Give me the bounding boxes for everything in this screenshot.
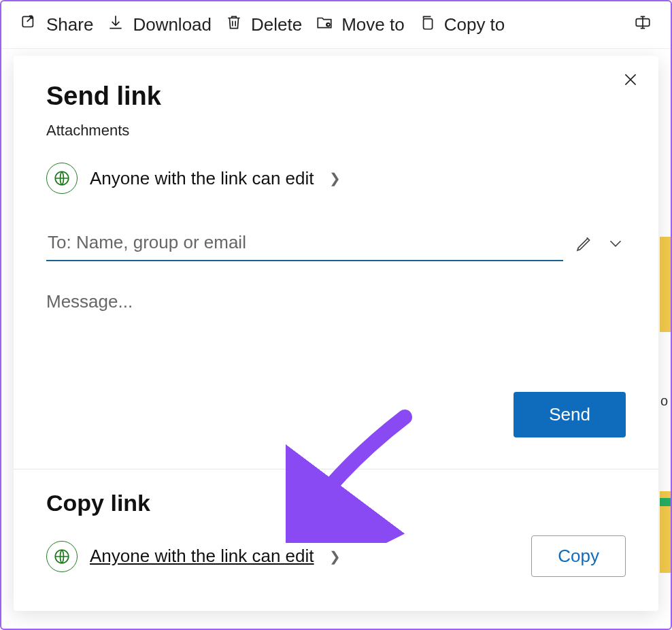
download-icon	[107, 14, 124, 36]
copy-link-permissions-text: Anyone with the link can edit	[90, 546, 314, 567]
chevron-right-icon: ❯	[329, 170, 341, 186]
delete-button[interactable]: Delete	[225, 14, 302, 36]
svg-rect-2	[423, 19, 432, 29]
move-to-button[interactable]: Move to	[316, 14, 405, 36]
share-label: Share	[46, 14, 93, 35]
copy-link-title: Copy link	[46, 490, 626, 516]
globe-icon	[46, 163, 78, 194]
send-button[interactable]: Send	[514, 392, 626, 437]
edit-permissions-button[interactable]	[574, 233, 594, 256]
rename-button[interactable]	[634, 14, 652, 36]
share-button[interactable]: Share	[20, 14, 93, 36]
globe-icon	[46, 541, 78, 572]
link-permissions-button[interactable]: Anyone with the link can edit ❯	[46, 163, 626, 194]
recipient-row	[46, 228, 626, 261]
copy-link-row: Anyone with the link can edit ❯ Copy	[46, 535, 626, 577]
section-divider	[14, 469, 658, 469]
chevron-down-icon	[605, 244, 626, 256]
copy-to-label: Copy to	[444, 14, 505, 35]
background-text-fragment: o	[660, 393, 668, 409]
chevron-right-icon: ❯	[329, 548, 341, 565]
command-toolbar: Share Download Delete Move to Copy to	[1, 1, 671, 49]
permissions-dropdown-button[interactable]	[605, 233, 626, 256]
close-icon	[622, 79, 639, 90]
trash-icon	[225, 14, 243, 36]
share-icon	[20, 14, 38, 36]
send-link-dialog: Send link Attachments Anyone with the li…	[14, 56, 658, 611]
rename-icon	[634, 14, 652, 36]
copy-link-permissions-button[interactable]: Anyone with the link can edit ❯	[46, 541, 341, 572]
dialog-subtitle: Attachments	[46, 122, 626, 139]
download-button[interactable]: Download	[107, 14, 212, 36]
background-stripe-yellow	[660, 237, 671, 332]
copy-icon	[418, 14, 436, 36]
close-button[interactable]	[622, 71, 639, 91]
background-stripe-green	[660, 498, 671, 506]
download-label: Download	[133, 14, 212, 35]
link-permissions-text: Anyone with the link can edit	[90, 168, 314, 189]
dialog-title: Send link	[46, 82, 626, 111]
message-input[interactable]	[46, 291, 626, 386]
folder-move-icon	[316, 14, 333, 36]
copy-button[interactable]: Copy	[531, 535, 626, 577]
recipient-input[interactable]	[46, 228, 563, 261]
delete-label: Delete	[251, 14, 302, 35]
move-to-label: Move to	[341, 14, 405, 35]
pencil-icon	[574, 244, 594, 256]
copy-to-button[interactable]: Copy to	[418, 14, 505, 36]
